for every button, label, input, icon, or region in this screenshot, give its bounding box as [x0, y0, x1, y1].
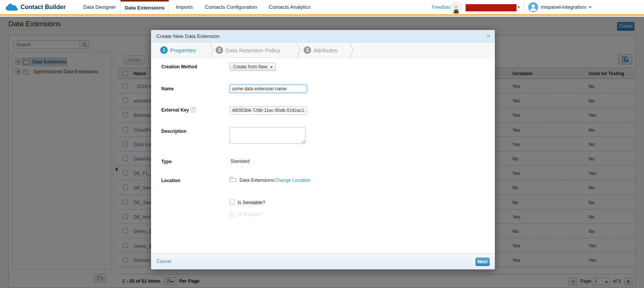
- tab-contacts-configuration[interactable]: Contacts Configuration: [205, 0, 257, 14]
- step-separator-icon: [209, 42, 214, 58]
- user-menu-caret-icon[interactable]: [589, 6, 592, 8]
- create-data-extension-modal: Create New Data Extension × 1 Properties…: [151, 30, 495, 269]
- tab-data-designer[interactable]: Data Designer: [83, 0, 116, 14]
- header-divider: [523, 0, 524, 16]
- is-testable-label: Is Testable?: [238, 212, 263, 217]
- step-attributes[interactable]: Attributes: [313, 42, 337, 58]
- help-icon[interactable]: ?: [191, 107, 196, 112]
- name-input[interactable]: [230, 85, 307, 93]
- location-label: Location: [161, 178, 180, 183]
- type-label: Type: [161, 159, 172, 164]
- external-key-label: External Key: [161, 107, 189, 113]
- change-location-link[interactable]: Change Location: [274, 178, 310, 183]
- external-key-input[interactable]: [230, 106, 307, 115]
- modal-footer: Cancel Next: [151, 253, 495, 269]
- description-label: Description: [161, 129, 186, 134]
- step-separator-icon: [349, 42, 354, 58]
- redacted-account-badge[interactable]: [466, 4, 516, 11]
- einstein-avatar[interactable]: [450, 2, 462, 14]
- tab-imports[interactable]: Imports: [176, 0, 193, 14]
- step-1-badge: 1: [160, 46, 168, 54]
- location-value: Data Extensions: [239, 178, 274, 183]
- wizard-steps-bar: 1 Properties 2 Data Retention Policy 3 A…: [151, 42, 495, 58]
- is-sendable-label: Is Sendable?: [238, 200, 265, 205]
- tab-data-extensions[interactable]: Data Extensions: [120, 0, 169, 14]
- step-data-retention-policy[interactable]: Data Retention Policy: [225, 42, 280, 58]
- account-caret-icon[interactable]: [517, 6, 520, 8]
- user-avatar-icon[interactable]: [528, 2, 538, 12]
- creation-method-dropdown[interactable]: Create from New: [230, 63, 276, 71]
- step-properties[interactable]: Properties: [170, 42, 196, 58]
- close-icon[interactable]: ×: [486, 30, 490, 42]
- cloud-logo-icon: [5, 3, 18, 14]
- is-sendable-checkbox[interactable]: [230, 200, 235, 205]
- app-title: Contact Builder: [20, 0, 66, 14]
- next-button[interactable]: Next: [476, 258, 490, 266]
- is-testable-checkbox: [230, 211, 235, 217]
- step-2-badge: 2: [216, 46, 223, 54]
- name-label: Name: [161, 86, 174, 91]
- tab-contacts-analytics[interactable]: Contacts Analytics: [269, 0, 310, 14]
- modal-title: Create New Data Extension: [156, 33, 220, 39]
- top-nav-bar: Contact Builder Data Designer Data Exten…: [0, 0, 644, 16]
- app-window: Contact Builder Data Designer Data Exten…: [0, 0, 644, 288]
- step-3-badge: 3: [304, 46, 311, 54]
- type-value: Standard: [230, 159, 250, 164]
- chevron-down-icon: [270, 66, 273, 68]
- folder-icon: [230, 177, 236, 184]
- modal-title-bar: Create New Data Extension ×: [151, 30, 495, 42]
- creation-method-value: Create from New: [233, 64, 268, 69]
- cancel-link[interactable]: Cancel: [156, 259, 171, 264]
- step-separator-icon: [296, 42, 301, 58]
- creation-method-label: Creation Method: [161, 64, 197, 69]
- username-label[interactable]: mixpanel-integrations...: [541, 0, 586, 14]
- description-textarea[interactable]: [230, 127, 305, 144]
